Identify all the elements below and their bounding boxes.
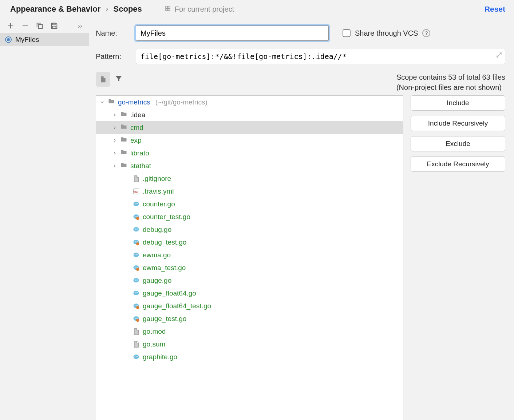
tree-file[interactable]: gauge.go	[96, 274, 403, 287]
project-icon	[165, 5, 171, 13]
go-file-icon	[133, 201, 140, 208]
svg-point-58	[135, 305, 136, 306]
svg-rect-50	[134, 291, 139, 295]
more-icon[interactable]: ››	[78, 22, 82, 30]
sidebar-toolbar: ››	[0, 19, 89, 33]
go-file-icon	[133, 353, 140, 361]
add-icon[interactable]	[7, 22, 15, 30]
folder-icon	[108, 98, 115, 107]
svg-point-38	[137, 254, 138, 255]
exclude-recursively-button[interactable]: Exclude Recursively	[411, 156, 505, 172]
folder-icon	[120, 148, 127, 158]
scope-stats: Scope contains 53 of total 63 files (Non…	[396, 72, 505, 92]
name-input[interactable]	[136, 25, 329, 41]
tree-folder[interactable]: cmd	[96, 121, 403, 134]
tree-file[interactable]: go.sum	[96, 338, 403, 350]
breadcrumb-separator-icon: ›	[106, 4, 108, 14]
share-vcs-label: Share through VCS	[355, 29, 418, 37]
folder-icon	[120, 110, 127, 119]
tree-file[interactable]: gauge_test.go	[96, 312, 403, 325]
chevron-right-icon[interactable]	[112, 125, 117, 130]
go-file-icon	[133, 213, 140, 221]
svg-rect-45	[134, 278, 139, 282]
svg-rect-3	[168, 8, 170, 10]
file-tree[interactable]: go-metrics(~/git/go-metrics).ideacmdexpl…	[96, 95, 403, 420]
tree-folder[interactable]: librato	[96, 147, 403, 159]
tree-file-label: go.sum	[143, 340, 165, 348]
sidebar-item-label: MyFiles	[15, 36, 39, 44]
breadcrumb-part-1[interactable]: Appearance & Behavior	[10, 4, 100, 14]
chevron-down-icon[interactable]	[100, 100, 105, 105]
file-icon	[133, 175, 140, 182]
svg-point-43	[137, 267, 138, 268]
tree-file[interactable]: counter_test.go	[96, 210, 403, 223]
svg-point-60	[136, 306, 139, 309]
tree-file[interactable]: gauge_float64.go	[96, 287, 403, 300]
svg-point-31	[135, 241, 136, 242]
tree-file[interactable]: YML.travis.yml	[96, 185, 403, 198]
svg-rect-0	[166, 6, 167, 8]
svg-rect-2	[166, 8, 167, 10]
sidebar-item-myfiles[interactable]: MyFiles	[0, 33, 89, 46]
svg-text:YML: YML	[133, 191, 139, 194]
tree-file[interactable]: ewma.go	[96, 249, 403, 261]
tree-file[interactable]: debug_test.go	[96, 236, 403, 249]
svg-point-22	[136, 217, 139, 220]
include-button[interactable]: Include	[411, 95, 505, 111]
tree-toolbar-row: Scope contains 53 of total 63 files (Non…	[96, 72, 505, 92]
svg-rect-1	[168, 6, 170, 8]
show-files-icon[interactable]	[96, 72, 110, 87]
pattern-label: Pattern:	[96, 52, 129, 61]
sidebar-list: MyFiles	[0, 33, 89, 420]
tree-file-label: counter_test.go	[143, 213, 190, 221]
svg-point-53	[135, 292, 136, 293]
svg-point-48	[135, 280, 136, 280]
save-icon[interactable]	[50, 22, 58, 30]
svg-point-59	[137, 305, 138, 306]
filter-icon[interactable]	[115, 75, 123, 84]
tree-file[interactable]: graphite.go	[96, 350, 403, 363]
svg-rect-8	[52, 23, 55, 25]
go-file-icon	[133, 315, 140, 322]
chevron-right-icon[interactable]	[112, 112, 117, 118]
header: Appearance & Behavior › Scopes For curre…	[0, 0, 514, 19]
svg-point-64	[135, 318, 136, 318]
expand-icon[interactable]	[496, 52, 502, 60]
svg-rect-9	[52, 26, 56, 28]
tree-file-label: counter.go	[143, 200, 175, 208]
tree-file[interactable]: go.mod	[96, 325, 403, 338]
name-label: Name:	[96, 29, 129, 37]
chevron-right-icon[interactable]	[112, 138, 117, 143]
tree-folder[interactable]: exp	[96, 134, 403, 147]
tree-folder[interactable]: stathat	[96, 159, 403, 172]
chevron-right-icon[interactable]	[112, 163, 117, 169]
svg-point-32	[137, 241, 138, 242]
pattern-input[interactable]	[136, 49, 505, 64]
tree-root[interactable]: go-metrics(~/git/go-metrics)	[96, 96, 403, 108]
svg-rect-12	[134, 202, 139, 206]
tree-file-label: .gitignore	[143, 175, 171, 183]
tree-file-label: debug_test.go	[143, 238, 186, 246]
go-file-icon	[133, 239, 140, 246]
copy-icon[interactable]	[36, 22, 44, 30]
breadcrumb-part-2[interactable]: Scopes	[114, 4, 142, 14]
stats-line-2: (Non-project files are not shown)	[396, 82, 505, 92]
share-vcs-row: Share through VCS ?	[343, 29, 430, 37]
svg-point-21	[137, 216, 138, 217]
scope-local-icon	[5, 36, 12, 43]
tree-file[interactable]: gauge_float64_test.go	[96, 300, 403, 312]
tree-file[interactable]: ewma_test.go	[96, 261, 403, 274]
reset-button[interactable]: Reset	[485, 5, 505, 13]
help-icon[interactable]: ?	[422, 29, 430, 37]
tree-folder[interactable]: .idea	[96, 108, 403, 121]
remove-icon[interactable]	[21, 22, 29, 30]
chevron-right-icon[interactable]	[112, 151, 117, 156]
exclude-button[interactable]: Exclude	[411, 136, 505, 151]
tree-file[interactable]: debug.go	[96, 223, 403, 236]
tree-file[interactable]: .gitignore	[96, 172, 403, 185]
svg-point-26	[135, 229, 136, 229]
go-file-icon	[133, 290, 140, 297]
share-vcs-checkbox[interactable]	[343, 29, 351, 37]
include-recursively-button[interactable]: Include Recursively	[411, 116, 505, 131]
tree-file[interactable]: counter.go	[96, 198, 403, 210]
